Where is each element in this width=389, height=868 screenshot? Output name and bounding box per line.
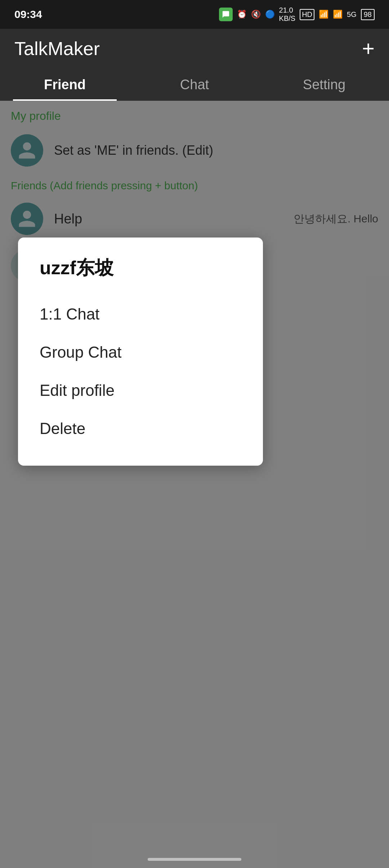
home-indicator [148,858,241,861]
message-notification-icon [219,8,233,21]
tab-setting[interactable]: Setting [259,68,389,101]
status-bar: 09:34 ⏰ 🔇 🔵 21.0KB/S HD 📶 📶 5G 98 [0,0,389,29]
context-item-one-on-one-chat[interactable]: 1:1 Chat [40,295,241,333]
tab-friend[interactable]: Friend [0,68,130,101]
hd-icon: HD [300,9,314,20]
overlay-dim [0,101,389,868]
battery-icon: 98 [361,9,375,20]
context-item-delete[interactable]: Delete [40,410,241,448]
signal-5g-icon: 5G [347,10,357,19]
wifi-icon: 📶 [319,10,328,19]
context-menu: uzzf东坡 1:1 Chat Group Chat Edit profile … [18,238,263,466]
alarm-icon: ⏰ [237,10,247,19]
mute-icon: 🔇 [251,10,261,19]
tab-chat[interactable]: Chat [130,68,259,101]
context-username: uzzf东坡 [40,256,241,281]
context-item-group-chat[interactable]: Group Chat [40,333,241,371]
add-button[interactable]: + [362,38,375,59]
main-content: My profile Set as 'ME' in friends. (Edit… [0,101,389,868]
app-title: TalkMaker [14,38,100,59]
status-time: 09:34 [14,8,42,21]
signal-icon: 📶 [333,10,343,19]
data-speed: 21.0KB/S [279,6,296,23]
tab-bar: Friend Chat Setting [0,68,389,101]
context-item-edit-profile[interactable]: Edit profile [40,371,241,410]
bluetooth-icon: 🔵 [265,10,275,19]
app-bar: TalkMaker + [0,29,389,68]
status-icons: ⏰ 🔇 🔵 21.0KB/S HD 📶 📶 5G 98 [219,6,375,23]
